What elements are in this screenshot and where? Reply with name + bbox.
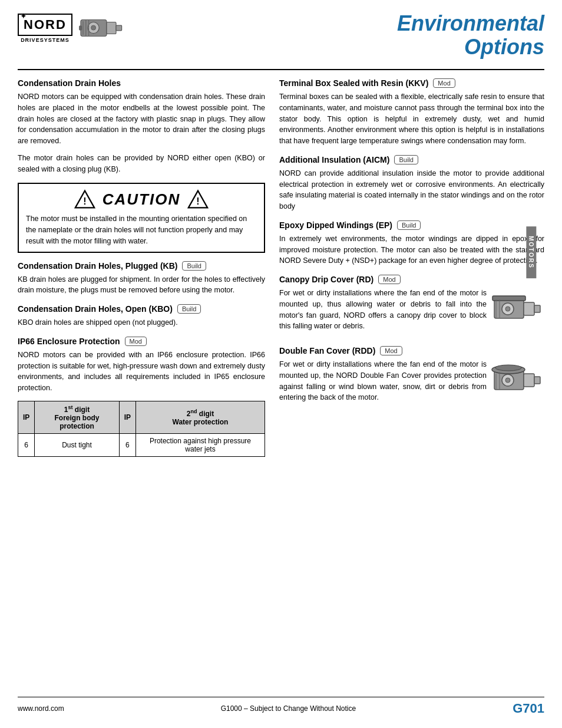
svg-rect-1 xyxy=(107,22,116,34)
additional-insulation-header: Additional Insulation (AICM) Build xyxy=(279,155,544,164)
epoxy-dipped-section: Epoxy Dipped Windings (EP) Build In extr… xyxy=(279,220,544,266)
ip66-header: IP66 Enclosure Protection Mod xyxy=(18,337,265,346)
open-kbo-body: KBO drain holes are shipped open (not pl… xyxy=(18,317,265,328)
header-divider xyxy=(18,69,544,70)
open-kbo-badge: Build xyxy=(177,304,201,314)
svg-point-25 xyxy=(505,378,510,383)
terminal-box-badge: Mod xyxy=(433,78,455,88)
terminal-box-header: Terminal Box Sealed with Resin (KKV) Mod xyxy=(279,78,544,88)
double-fan-section: Double Fan Cover (RDD) Mod xyxy=(279,346,544,409)
ip-table-ip2: 6 xyxy=(119,433,135,456)
footer-center: G1000 – Subject to Change Without Notice xyxy=(221,704,356,713)
double-fan-title: Double Fan Cover (RDD) xyxy=(279,346,375,355)
footer-website: www.nord.com xyxy=(18,704,64,713)
svg-rect-2 xyxy=(116,25,122,31)
epoxy-dipped-badge: Build xyxy=(397,220,421,230)
ip-table-ip1: 6 xyxy=(18,433,35,456)
canopy-drip-title: Canopy Drip Cover (RD) xyxy=(279,275,373,284)
ip66-badge: Mod xyxy=(125,337,147,346)
epoxy-dipped-title: Epoxy Dipped Windings (EP) xyxy=(279,220,392,230)
motor-icon xyxy=(78,12,125,44)
page-title: Environmental Options xyxy=(397,12,544,58)
right-column: Terminal Box Sealed with Resin (KKV) Mod… xyxy=(279,78,544,465)
svg-rect-18 xyxy=(492,296,525,301)
open-kbo-title: Condensation Drain Holes, Open (KBO) xyxy=(18,304,173,314)
ip-table-col1-header: IP xyxy=(18,401,35,433)
terminal-box-title: Terminal Box Sealed with Resin (KKV) xyxy=(279,78,428,88)
svg-rect-23 xyxy=(534,377,540,384)
double-fan-badge: Mod xyxy=(380,346,402,355)
caution-triangle-left: ! xyxy=(74,189,95,210)
nord-logo: ✦ NORD DRIVESYSTEMS xyxy=(18,14,72,43)
svg-rect-15 xyxy=(534,305,540,312)
svg-point-4 xyxy=(91,25,95,30)
caution-box: ! CAUTION ! The motor must be installed … xyxy=(18,183,265,252)
footer-page-number: G701 xyxy=(513,701,544,716)
additional-insulation-body: NORD can provide additional insulation i… xyxy=(279,168,544,212)
svg-point-17 xyxy=(505,307,510,311)
ip66-body: NORD motors can be provided with an IP66… xyxy=(18,350,265,394)
left-column: Condensation Drain Holes NORD motors can… xyxy=(18,78,265,465)
drivesystems-label: DRIVESYSTEMS xyxy=(21,37,70,43)
additional-insulation-section: Additional Insulation (AICM) Build NORD … xyxy=(279,155,544,212)
additional-insulation-badge: Build xyxy=(394,155,418,164)
svg-rect-5 xyxy=(79,26,81,30)
caution-title: CAUTION xyxy=(103,190,180,209)
plugged-kb-section: Condensation Drain Holes, Plugged (KB) B… xyxy=(18,261,265,297)
ip-table-desc2: Protection against high pressure water j… xyxy=(135,433,265,456)
svg-rect-14 xyxy=(524,302,534,315)
condensation-drain-holes-para1: NORD motors can be equipped with condens… xyxy=(18,91,265,147)
plugged-kb-badge: Build xyxy=(182,261,206,271)
caution-triangle-right: ! xyxy=(187,189,209,210)
nord-logo-text: NORD xyxy=(24,17,67,32)
open-kbo-section: Condensation Drain Holes, Open (KBO) Bui… xyxy=(18,304,265,328)
terminal-box-section: Terminal Box Sealed with Resin (KKV) Mod… xyxy=(279,78,544,147)
caution-header: ! CAUTION ! xyxy=(26,189,257,210)
caution-body-text: The motor must be installed in the mount… xyxy=(26,213,257,246)
plugged-kb-header: Condensation Drain Holes, Plugged (KB) B… xyxy=(18,261,265,271)
logo-area: ✦ NORD DRIVESYSTEMS xyxy=(18,12,125,44)
epoxy-dipped-header: Epoxy Dipped Windings (EP) Build xyxy=(279,220,544,230)
terminal-box-body: Terminal boxes can be sealed with a flex… xyxy=(279,91,544,147)
svg-rect-22 xyxy=(524,374,534,387)
ip-table-col4-header: 2nd digitWater protection xyxy=(135,401,265,433)
canopy-drip-badge: Mod xyxy=(378,275,400,284)
svg-text:!: ! xyxy=(83,196,86,206)
svg-point-27 xyxy=(495,365,521,371)
nord-star: ✦ xyxy=(20,11,27,21)
condensation-drain-holes-para2: The motor drain holes can be provided by… xyxy=(18,153,265,175)
page-title-area: Environmental Options xyxy=(397,12,544,58)
canopy-drip-image xyxy=(491,288,544,334)
nord-logo-box: ✦ NORD xyxy=(18,14,72,36)
double-fan-header: Double Fan Cover (RDD) Mod xyxy=(279,346,544,355)
canopy-drip-section: Canopy Drip Cover (RD) Mod xyxy=(279,275,544,338)
ip-table-row: 6 Dust tight 6 Protection against high p… xyxy=(18,433,265,456)
ip-table-col2-header: 1st digitForeign body protection xyxy=(35,401,119,433)
motors-side-tab: MOTORS xyxy=(527,226,537,278)
page-footer: www.nord.com G1000 – Subject to Change W… xyxy=(18,697,544,716)
plugged-kb-body: KB drain holes are plugged for shipment.… xyxy=(18,274,265,297)
condensation-drain-holes-title: Condensation Drain Holes xyxy=(18,78,265,88)
ip66-section: IP66 Enclosure Protection Mod NORD motor… xyxy=(18,337,265,457)
additional-insulation-title: Additional Insulation (AICM) xyxy=(279,155,389,164)
canopy-drip-header: Canopy Drip Cover (RD) Mod xyxy=(279,275,544,284)
condensation-drain-holes-section: Condensation Drain Holes NORD motors can… xyxy=(18,78,265,174)
svg-text:!: ! xyxy=(197,196,200,206)
open-kbo-header: Condensation Drain Holes, Open (KBO) Bui… xyxy=(18,304,265,314)
main-content: Condensation Drain Holes NORD motors can… xyxy=(18,78,544,465)
ip-table-desc1: Dust tight xyxy=(35,433,119,456)
ip-table: IP 1st digitForeign body protection IP 2… xyxy=(18,401,265,457)
epoxy-dipped-body: In extremely wet environments, the motor… xyxy=(279,233,544,266)
double-fan-image xyxy=(491,359,544,405)
ip66-title: IP66 Enclosure Protection xyxy=(18,337,120,346)
page-header: ✦ NORD DRIVESYSTEMS Environmen xyxy=(18,12,544,58)
ip-table-col3-header: IP xyxy=(119,401,135,433)
plugged-kb-title: Condensation Drain Holes, Plugged (KB) xyxy=(18,261,177,271)
